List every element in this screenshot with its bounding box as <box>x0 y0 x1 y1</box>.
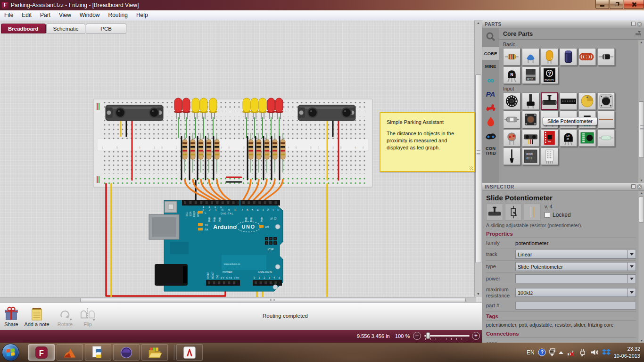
taskbar-matlab[interactable] <box>57 344 83 361</box>
tab-breadboard[interactable]: Breadboard <box>1 24 46 33</box>
parallax-bin-icon[interactable]: PA <box>486 88 495 100</box>
scroll-up-arrow[interactable]: ▲ <box>476 21 481 25</box>
share-button[interactable]: Share <box>2 305 21 327</box>
part-power-mosfet[interactable]: FET P <box>522 66 539 84</box>
adafruit-bin-icon[interactable] <box>485 130 497 144</box>
part-inductor[interactable] <box>578 48 596 66</box>
arduino-uno[interactable]: SCL SDA AREF GND 1 1 1 1 3 2 1 0 9 8 7 6… <box>149 200 283 291</box>
note-resize-grip[interactable] <box>470 166 473 170</box>
restore-button[interactable] <box>610 0 623 9</box>
part-slide-switch[interactable] <box>503 111 520 128</box>
arduino-bin-icon[interactable]: ∞ <box>487 73 494 88</box>
taskbar-eclipse[interactable] <box>113 344 140 361</box>
flip-button[interactable]: Flip <box>77 305 98 327</box>
help-tray-icon[interactable]: ? <box>538 348 546 356</box>
dropbox-tray-icon[interactable] <box>602 348 611 356</box>
type-select[interactable]: Slide Potentiometer <box>515 262 636 271</box>
part-reed-switch[interactable] <box>597 129 615 147</box>
float-panel-icon[interactable] <box>631 22 636 26</box>
part-force-sensor[interactable] <box>597 111 615 128</box>
rotate-button[interactable]: Rotate <box>53 305 77 327</box>
part-electrolytic-capacitor[interactable] <box>560 48 577 66</box>
locked-checkbox[interactable] <box>545 212 550 218</box>
menu-edit[interactable]: Edit <box>17 10 36 20</box>
start-button[interactable] <box>2 344 19 361</box>
power-tray-icon[interactable] <box>579 348 587 356</box>
bin-tab-contrib[interactable]: CON TRIB <box>482 144 499 158</box>
part-resistor[interactable] <box>503 48 520 66</box>
taskbar-explorer[interactable] <box>141 344 168 361</box>
part-slide-potentiometer[interactable] <box>541 92 558 110</box>
search-icon[interactable] <box>486 28 496 47</box>
power-select[interactable] <box>515 274 636 283</box>
part-dip-switch[interactable] <box>560 92 577 110</box>
close-panel-icon[interactable]: ✕ <box>637 22 642 27</box>
part-diode[interactable] <box>597 48 615 66</box>
horizontal-scrollbar-thumb[interactable] <box>80 298 466 302</box>
horizontal-scrollbar[interactable] <box>0 297 476 302</box>
vertical-scrollbar[interactable]: ▲ ▼ <box>474 20 482 297</box>
part-accelerometer-breakout[interactable] <box>541 129 558 147</box>
part-lm35-temp-sensor[interactable]: LM35 <box>560 129 577 147</box>
part-trimmer-potentiometer[interactable] <box>522 92 539 110</box>
part-ceramic-capacitor[interactable] <box>522 48 539 66</box>
part-humidity-sensor[interactable] <box>541 148 558 165</box>
snootlab-bin-icon[interactable] <box>485 100 496 115</box>
volume-tray-icon[interactable] <box>590 348 599 356</box>
breadboard-canvas[interactable]: Breadboard Schematic PCB 1 <box>0 20 482 302</box>
max-resistance-select[interactable]: 100kΩ <box>515 288 636 297</box>
parts-scroll-thumb[interactable] <box>639 101 644 158</box>
language-indicator[interactable]: EN <box>527 349 535 356</box>
show-hidden-icons[interactable] <box>559 351 563 354</box>
part-whip-antenna[interactable] <box>503 148 520 165</box>
parts-scroll-up[interactable]: ▲ <box>639 40 644 45</box>
add-note-button[interactable]: Add a note <box>22 305 52 327</box>
inspector-scrollbar[interactable]: ▲ ▼ <box>638 191 644 343</box>
part-pushbutton[interactable] <box>522 111 539 128</box>
vertical-scrollbar-thumb[interactable] <box>475 74 481 263</box>
zoom-slider[interactable] <box>424 335 470 337</box>
float-inspector-icon[interactable] <box>631 184 636 189</box>
part-panel-potentiometer[interactable] <box>597 92 615 110</box>
bin-menu-icon[interactable] <box>636 31 641 37</box>
part-softpot[interactable] <box>578 92 596 110</box>
part-gas-sensor-module[interactable] <box>578 129 596 147</box>
menu-part[interactable]: Part <box>36 10 55 20</box>
bin-tab-mine[interactable]: MINE <box>482 60 499 73</box>
tab-pcb[interactable]: PCB <box>86 24 126 33</box>
part-tantalum-capacitor[interactable]: + <box>541 48 558 66</box>
menu-file[interactable]: File <box>0 10 17 20</box>
part-rotary-encoder[interactable] <box>503 92 520 110</box>
inspector-scroll-up[interactable]: ▲ <box>639 191 644 195</box>
track-select[interactable]: Linear <box>515 250 636 259</box>
part-rfid-id12[interactable]: RFIDID12 <box>522 148 539 165</box>
close-inspector-icon[interactable]: ✕ <box>637 184 642 189</box>
bin-tab-core[interactable]: CORE <box>482 47 499 60</box>
inspector-scroll-down[interactable]: ▼ <box>639 339 644 342</box>
zoom-in-button[interactable]: + <box>472 332 480 340</box>
taskbar-adobe-reader[interactable] <box>176 344 203 361</box>
part-number-input[interactable] <box>515 302 636 310</box>
minimize-button[interactable] <box>595 0 609 9</box>
part-npn-transistor[interactable]: N <box>503 66 520 84</box>
taskbar-clock[interactable]: 23:32 10-06-2013 <box>614 346 640 360</box>
taskbar-fritzing[interactable]: F <box>28 344 55 361</box>
part-photoresistor[interactable] <box>503 129 520 147</box>
sticky-note[interactable]: Simple Parking Assistant The distance to… <box>380 112 475 172</box>
parts-scrollbar[interactable]: ▲ ▼ <box>638 40 644 183</box>
menu-help[interactable]: Help <box>132 10 152 20</box>
sparkfun-bin-icon[interactable] <box>486 115 495 130</box>
taskbar-python[interactable] <box>85 344 111 361</box>
inspector-scroll-thumb[interactable] <box>639 197 644 222</box>
tab-schematic[interactable]: Schematic <box>46 24 86 33</box>
network-tray-icon[interactable] <box>567 348 576 356</box>
display-tray-icon[interactable] <box>549 348 555 356</box>
part-mystery[interactable]: ?mystery <box>541 66 558 84</box>
menu-routing[interactable]: Routing <box>104 10 132 20</box>
menu-window[interactable]: Window <box>75 10 104 20</box>
parts-scroll-down[interactable]: ▼ <box>639 178 644 183</box>
menu-view[interactable]: View <box>55 10 75 20</box>
scroll-down-arrow[interactable]: ▼ <box>476 292 481 296</box>
zoom-out-button[interactable]: – <box>413 332 421 340</box>
close-button[interactable] <box>624 0 644 9</box>
